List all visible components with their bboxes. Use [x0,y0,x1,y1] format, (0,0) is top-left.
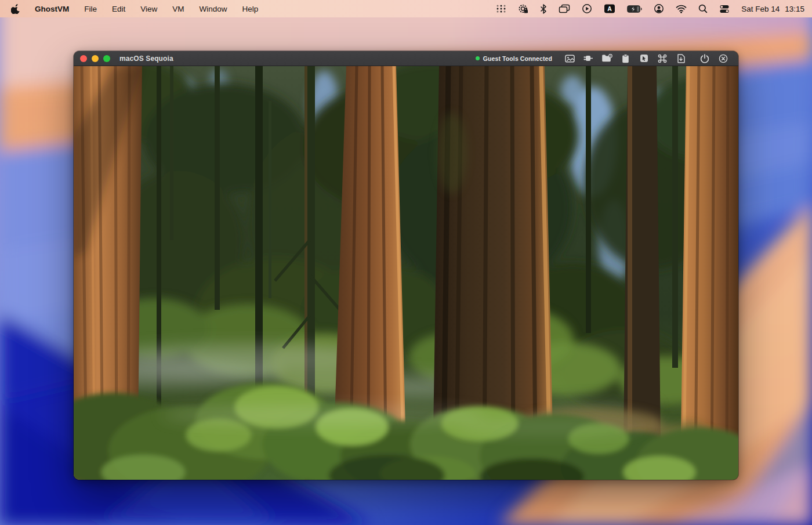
menu-file[interactable]: File [77,0,104,17]
battery-charging-icon[interactable] [621,0,648,17]
svg-text:A: A [607,5,612,12]
clock-time: 13:15 [785,5,804,13]
apple-icon [11,3,20,14]
menu-edit[interactable]: Edit [104,0,133,17]
menu-help[interactable]: Help [235,0,266,17]
power-icon[interactable] [695,52,714,66]
menu-vm[interactable]: VM [165,0,191,17]
vm-window-titlebar[interactable]: macOS Sequoia Guest Tools Connected [74,51,738,66]
user-account-icon[interactable] [648,0,670,17]
apps-grid-icon[interactable] [490,0,512,17]
guest-tools-status: Guest Tools Connected [476,55,552,62]
app-menu-ghostvm[interactable]: GhostVM [27,5,77,13]
shared-folders-icon[interactable] [597,52,616,66]
status-dot [476,56,480,60]
clock-date: Sat Feb 14 [741,5,780,13]
usb-devices-icon[interactable] [579,52,597,66]
vm-window: macOS Sequoia Guest Tools Connected [74,51,738,480]
menu-bar: GhostVM File Edit View VM Window Help [0,0,812,17]
bluetooth-icon[interactable] [534,0,553,17]
now-playing-icon[interactable] [576,0,598,17]
displays-icon[interactable] [553,0,576,17]
vm-screen[interactable] [74,66,738,480]
menu-window[interactable]: Window [192,0,235,17]
window-title: macOS Sequoia [119,55,173,63]
forest-scene [74,66,738,480]
apple-menu[interactable] [11,0,27,17]
desktop: GhostVM File Edit View VM Window Help [0,0,812,525]
screenshot-icon[interactable] [560,52,579,66]
spotlight-search-icon[interactable] [693,0,713,17]
menu-view[interactable]: View [133,0,165,17]
timer-lock-icon[interactable] [512,0,534,17]
command-shortcut-icon[interactable] [653,52,672,66]
file-transfer-icon[interactable] [672,52,690,66]
wifi-icon[interactable] [670,0,693,17]
mouse-capture-icon[interactable] [635,52,653,66]
disconnect-icon[interactable] [714,52,733,66]
guest-tools-label: Guest Tools Connected [483,55,552,62]
menu-bar-clock[interactable]: Sat Feb 14 13:15 [735,5,804,13]
clipboard-icon[interactable] [616,52,635,66]
input-source-icon[interactable]: A [598,0,621,17]
close-button[interactable] [80,55,87,62]
zoom-button[interactable] [103,55,110,62]
minimize-button[interactable] [92,55,99,62]
control-center-icon[interactable] [713,0,735,17]
